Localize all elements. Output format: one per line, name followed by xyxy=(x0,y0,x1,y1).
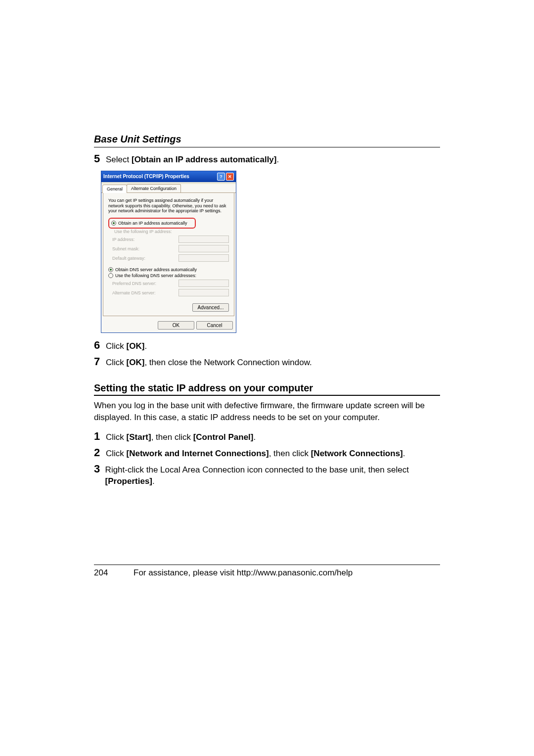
subnet-row: Subnet mask: xyxy=(112,244,229,253)
s2-mid: , then click xyxy=(269,449,311,458)
s2-suffix: . xyxy=(403,449,405,458)
radio-label: Obtain an IP address automatically xyxy=(118,221,187,226)
subnet-input xyxy=(178,245,229,252)
tab-strip: General Alternate Configuration xyxy=(101,184,236,193)
substep-2: 2 Click [Network and Internet Connection… xyxy=(94,446,440,460)
radio-use-following-ip[interactable]: Use the following IP address: xyxy=(108,229,229,235)
gateway-row: Default gateway: xyxy=(112,253,229,263)
radio-obtain-ip-auto[interactable]: Obtain an IP address automatically xyxy=(111,220,193,226)
step7-prefix: Click xyxy=(106,358,127,367)
subsection-title: Setting the static IP address on your co… xyxy=(94,382,440,394)
ip-address-label: IP address: xyxy=(112,237,167,242)
section-rule xyxy=(94,147,440,147)
s2-bold1: [Network and Internet Connections] xyxy=(127,449,269,458)
s1-prefix: Click xyxy=(106,432,127,442)
radio-use-following-dns[interactable]: Use the following DNS server addresses: xyxy=(108,273,229,279)
page-number: 204 xyxy=(94,568,134,578)
step-number: 7 xyxy=(94,355,106,368)
step-number: 3 xyxy=(94,463,105,475)
step6-suffix: . xyxy=(144,341,147,351)
radio-label: Obtain DNS server address automatically xyxy=(115,267,197,272)
section-title: Base Unit Settings xyxy=(94,134,440,145)
tcp-ip-properties-dialog: Internet Protocol (TCP/IP) Properties ? … xyxy=(101,171,236,333)
highlight-auto-ip: Obtain an IP address automatically xyxy=(108,218,196,229)
step6-bold: [OK] xyxy=(127,341,145,351)
page-footer: 204 For assistance, please visit http://… xyxy=(94,560,440,578)
step-6: 6 Click [OK]. xyxy=(94,339,440,352)
s3-suffix: . xyxy=(152,476,155,486)
step-number: 5 xyxy=(94,152,106,165)
help-icon[interactable]: ? xyxy=(217,173,225,181)
substep-1: 1 Click [Start], then click [Control Pan… xyxy=(94,430,440,443)
step-number: 6 xyxy=(94,339,106,352)
step5-bold: [Obtain an IP address automatically] xyxy=(132,155,277,164)
s1-bold2: [Control Panel] xyxy=(193,432,254,442)
s3-text-before: Right-click the Local Area Connection ic… xyxy=(105,465,409,474)
s1-mid: , then click xyxy=(151,432,193,442)
step7-suffix: , then close the Network Connection wind… xyxy=(144,358,312,367)
pref-dns-label: Preferred DNS server: xyxy=(112,281,167,286)
alt-dns-input xyxy=(178,289,229,296)
pref-dns-input xyxy=(178,280,229,287)
step6-prefix: Click xyxy=(106,341,127,351)
step-5: 5 Select [Obtain an IP address automatic… xyxy=(94,152,440,166)
subnet-label: Subnet mask: xyxy=(112,246,167,251)
alt-dns-label: Alternate DNS server: xyxy=(112,290,167,295)
s2-prefix: Click xyxy=(106,449,127,458)
titlebar: Internet Protocol (TCP/IP) Properties ? … xyxy=(101,171,236,182)
step5-suffix: . xyxy=(276,155,279,164)
advanced-button[interactable]: Advanced... xyxy=(192,303,229,312)
radio-icon xyxy=(108,267,113,272)
step-number: 2 xyxy=(94,446,106,459)
tab-general[interactable]: General xyxy=(102,185,127,193)
radio-obtain-dns-auto[interactable]: Obtain DNS server address automatically xyxy=(108,267,229,273)
dialog-title: Internet Protocol (TCP/IP) Properties xyxy=(103,174,189,179)
s3-bold: [Properties] xyxy=(105,476,152,486)
gateway-label: Default gateway: xyxy=(112,256,167,261)
gateway-input xyxy=(178,254,229,262)
subsection-rule xyxy=(94,395,440,396)
step7-bold: [OK] xyxy=(127,358,145,367)
radio-icon xyxy=(108,273,113,278)
radio-label: Use the following DNS server addresses: xyxy=(115,273,196,278)
alt-dns-row: Alternate DNS server: xyxy=(112,288,229,297)
ip-address-input xyxy=(178,236,229,243)
pref-dns-row: Preferred DNS server: xyxy=(112,279,229,288)
substep-3: 3 Right-click the Local Area Connection … xyxy=(94,463,440,488)
step5-prefix: Select xyxy=(106,155,132,164)
radio-icon xyxy=(111,221,116,226)
footer-rule xyxy=(94,565,440,565)
close-icon[interactable]: ✕ xyxy=(226,173,234,181)
footer-assistance: For assistance, please visit http://www.… xyxy=(134,568,353,578)
tab-alternate-config[interactable]: Alternate Configuration xyxy=(127,184,181,192)
ip-address-row: IP address: xyxy=(112,235,229,244)
s2-bold2: [Network Connections] xyxy=(311,449,403,458)
dialog-description: You can get IP settings assigned automat… xyxy=(108,198,229,214)
subsection-paragraph: When you log in the base unit with defec… xyxy=(94,400,440,424)
s1-suffix: . xyxy=(254,432,256,442)
cancel-button[interactable]: Cancel xyxy=(196,321,233,330)
step-7: 7 Click [OK], then close the Network Con… xyxy=(94,355,440,369)
ok-button[interactable]: OK xyxy=(158,321,194,330)
step-number: 1 xyxy=(94,430,106,443)
s1-bold1: [Start] xyxy=(127,432,151,442)
